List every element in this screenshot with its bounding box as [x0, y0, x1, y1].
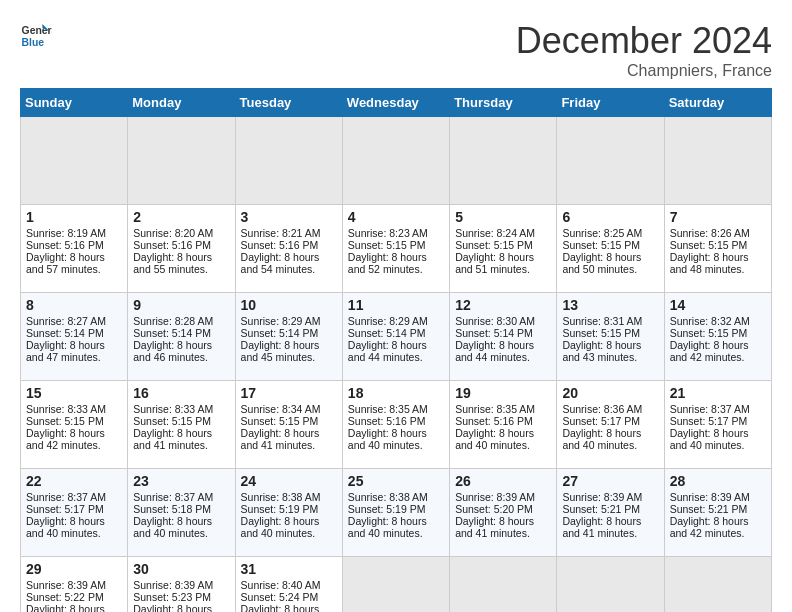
calendar-cell: 10Sunrise: 8:29 AMSunset: 5:14 PMDayligh…	[235, 293, 342, 381]
calendar-cell: 31Sunrise: 8:40 AMSunset: 5:24 PMDayligh…	[235, 557, 342, 613]
daylight-text: Daylight: 8 hours and 42 minutes.	[26, 603, 122, 612]
day-number: 22	[26, 473, 122, 489]
location-title: Champniers, France	[516, 62, 772, 80]
sunset-text: Sunset: 5:14 PM	[241, 327, 337, 339]
day-of-week-header: Wednesday	[342, 89, 449, 117]
day-number: 10	[241, 297, 337, 313]
calendar-cell: 8Sunrise: 8:27 AMSunset: 5:14 PMDaylight…	[21, 293, 128, 381]
daylight-text: Daylight: 8 hours and 50 minutes.	[562, 251, 658, 275]
day-of-week-header: Tuesday	[235, 89, 342, 117]
sunset-text: Sunset: 5:17 PM	[26, 503, 122, 515]
sunrise-text: Sunrise: 8:28 AM	[133, 315, 229, 327]
sunrise-text: Sunrise: 8:36 AM	[562, 403, 658, 415]
calendar-cell: 24Sunrise: 8:38 AMSunset: 5:19 PMDayligh…	[235, 469, 342, 557]
daylight-text: Daylight: 8 hours and 41 minutes.	[562, 515, 658, 539]
calendar-cell: 4Sunrise: 8:23 AMSunset: 5:15 PMDaylight…	[342, 205, 449, 293]
daylight-text: Daylight: 8 hours and 40 minutes.	[133, 515, 229, 539]
sunrise-text: Sunrise: 8:39 AM	[133, 579, 229, 591]
daylight-text: Daylight: 8 hours and 52 minutes.	[348, 251, 444, 275]
sunrise-text: Sunrise: 8:20 AM	[133, 227, 229, 239]
calendar-cell: 17Sunrise: 8:34 AMSunset: 5:15 PMDayligh…	[235, 381, 342, 469]
calendar-cell: 13Sunrise: 8:31 AMSunset: 5:15 PMDayligh…	[557, 293, 664, 381]
daylight-text: Daylight: 8 hours and 43 minutes.	[133, 603, 229, 612]
sunset-text: Sunset: 5:24 PM	[241, 591, 337, 603]
day-number: 5	[455, 209, 551, 225]
svg-text:Blue: Blue	[22, 37, 45, 48]
sunset-text: Sunset: 5:15 PM	[26, 415, 122, 427]
daylight-text: Daylight: 8 hours and 43 minutes.	[562, 339, 658, 363]
sunset-text: Sunset: 5:17 PM	[562, 415, 658, 427]
calendar-body: 1Sunrise: 8:19 AMSunset: 5:16 PMDaylight…	[21, 117, 772, 613]
calendar-cell: 14Sunrise: 8:32 AMSunset: 5:15 PMDayligh…	[664, 293, 771, 381]
daylight-text: Daylight: 8 hours and 40 minutes.	[562, 427, 658, 451]
calendar-header-row: SundayMondayTuesdayWednesdayThursdayFrid…	[21, 89, 772, 117]
sunrise-text: Sunrise: 8:24 AM	[455, 227, 551, 239]
calendar-week-row	[21, 117, 772, 205]
sunset-text: Sunset: 5:14 PM	[348, 327, 444, 339]
day-number: 20	[562, 385, 658, 401]
sunrise-text: Sunrise: 8:25 AM	[562, 227, 658, 239]
daylight-text: Daylight: 8 hours and 40 minutes.	[348, 515, 444, 539]
daylight-text: Daylight: 8 hours and 41 minutes.	[241, 427, 337, 451]
calendar-cell: 22Sunrise: 8:37 AMSunset: 5:17 PMDayligh…	[21, 469, 128, 557]
sunset-text: Sunset: 5:15 PM	[562, 239, 658, 251]
calendar-cell	[450, 557, 557, 613]
day-of-week-header: Monday	[128, 89, 235, 117]
sunrise-text: Sunrise: 8:34 AM	[241, 403, 337, 415]
day-number: 24	[241, 473, 337, 489]
sunset-text: Sunset: 5:21 PM	[670, 503, 766, 515]
calendar-week-row: 1Sunrise: 8:19 AMSunset: 5:16 PMDaylight…	[21, 205, 772, 293]
sunrise-text: Sunrise: 8:26 AM	[670, 227, 766, 239]
calendar-cell	[235, 117, 342, 205]
calendar-cell: 25Sunrise: 8:38 AMSunset: 5:19 PMDayligh…	[342, 469, 449, 557]
daylight-text: Daylight: 8 hours and 54 minutes.	[241, 251, 337, 275]
calendar-cell: 28Sunrise: 8:39 AMSunset: 5:21 PMDayligh…	[664, 469, 771, 557]
daylight-text: Daylight: 8 hours and 46 minutes.	[133, 339, 229, 363]
sunset-text: Sunset: 5:16 PM	[26, 239, 122, 251]
sunset-text: Sunset: 5:14 PM	[455, 327, 551, 339]
calendar-cell: 19Sunrise: 8:35 AMSunset: 5:16 PMDayligh…	[450, 381, 557, 469]
day-number: 16	[133, 385, 229, 401]
calendar-cell: 7Sunrise: 8:26 AMSunset: 5:15 PMDaylight…	[664, 205, 771, 293]
daylight-text: Daylight: 8 hours and 40 minutes.	[348, 427, 444, 451]
day-number: 8	[26, 297, 122, 313]
logo-icon: General Blue	[20, 20, 52, 52]
calendar-cell	[342, 557, 449, 613]
sunrise-text: Sunrise: 8:37 AM	[26, 491, 122, 503]
sunrise-text: Sunrise: 8:37 AM	[670, 403, 766, 415]
day-of-week-header: Thursday	[450, 89, 557, 117]
calendar-cell: 21Sunrise: 8:37 AMSunset: 5:17 PMDayligh…	[664, 381, 771, 469]
day-number: 6	[562, 209, 658, 225]
day-number: 27	[562, 473, 658, 489]
sunrise-text: Sunrise: 8:33 AM	[133, 403, 229, 415]
sunrise-text: Sunrise: 8:21 AM	[241, 227, 337, 239]
sunset-text: Sunset: 5:14 PM	[133, 327, 229, 339]
day-number: 19	[455, 385, 551, 401]
day-number: 4	[348, 209, 444, 225]
sunrise-text: Sunrise: 8:39 AM	[670, 491, 766, 503]
sunrise-text: Sunrise: 8:30 AM	[455, 315, 551, 327]
daylight-text: Daylight: 8 hours and 44 minutes.	[348, 339, 444, 363]
svg-text:General: General	[22, 25, 52, 36]
day-of-week-header: Friday	[557, 89, 664, 117]
calendar-week-row: 29Sunrise: 8:39 AMSunset: 5:22 PMDayligh…	[21, 557, 772, 613]
sunset-text: Sunset: 5:15 PM	[670, 327, 766, 339]
sunset-text: Sunset: 5:19 PM	[241, 503, 337, 515]
day-number: 18	[348, 385, 444, 401]
day-number: 15	[26, 385, 122, 401]
calendar-cell	[664, 117, 771, 205]
sunset-text: Sunset: 5:15 PM	[133, 415, 229, 427]
sunrise-text: Sunrise: 8:38 AM	[348, 491, 444, 503]
calendar-cell: 20Sunrise: 8:36 AMSunset: 5:17 PMDayligh…	[557, 381, 664, 469]
sunrise-text: Sunrise: 8:29 AM	[348, 315, 444, 327]
sunrise-text: Sunrise: 8:39 AM	[26, 579, 122, 591]
sunset-text: Sunset: 5:16 PM	[241, 239, 337, 251]
sunset-text: Sunset: 5:14 PM	[26, 327, 122, 339]
daylight-text: Daylight: 8 hours and 41 minutes.	[455, 515, 551, 539]
sunset-text: Sunset: 5:20 PM	[455, 503, 551, 515]
calendar-cell: 12Sunrise: 8:30 AMSunset: 5:14 PMDayligh…	[450, 293, 557, 381]
calendar-week-row: 15Sunrise: 8:33 AMSunset: 5:15 PMDayligh…	[21, 381, 772, 469]
calendar-cell: 29Sunrise: 8:39 AMSunset: 5:22 PMDayligh…	[21, 557, 128, 613]
sunset-text: Sunset: 5:18 PM	[133, 503, 229, 515]
sunset-text: Sunset: 5:16 PM	[455, 415, 551, 427]
